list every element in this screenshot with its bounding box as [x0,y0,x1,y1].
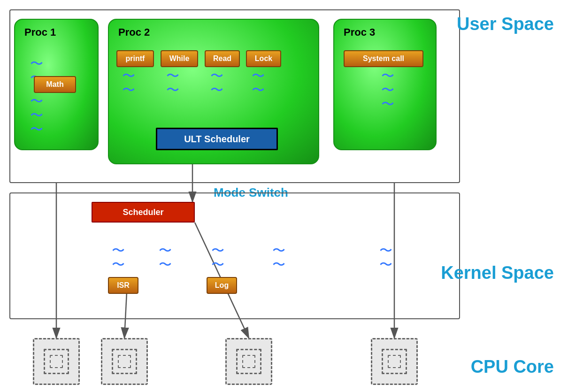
wavy-k10: 〜 [379,258,392,271]
kernel-space-box [9,192,460,319]
cpu-innermost-1 [50,355,63,368]
wavy-k2: 〜 [112,258,125,271]
cpu-core-4 [371,338,418,385]
kernel-space-label: Kernel Space [441,263,554,283]
cpu-innermost-3 [242,355,255,368]
proc1-box: Proc 1 〜 〜 Math 〜 〜 〜 [14,19,99,150]
wavy-p2-3: 〜 [166,69,179,83]
cpu-inner-4 [382,349,407,374]
wavy-p3-3: 〜 [381,98,394,111]
wavy-p2-2: 〜 [122,84,135,97]
wavy-p2-7: 〜 [252,69,265,83]
wavy-k8: 〜 [272,258,285,271]
wavy-p2-6: 〜 [210,84,223,97]
user-space-label: User Space [457,14,554,34]
math-task: Math [34,76,76,93]
proc2-box: Proc 2 printf While Read Lock 〜 〜 〜 〜 〜 … [108,19,319,164]
wavy-p2-8: 〜 [252,84,265,97]
ult-scheduler: ULT Scheduler [156,128,278,150]
cpu-innermost-4 [388,355,401,368]
wavy-k7: 〜 [272,244,285,257]
cpu-core-3 [225,338,272,385]
log-task: Log [207,277,237,294]
printf-task: printf [116,50,154,67]
wavy-k5: 〜 [211,244,224,257]
wavy-proc1-1: 〜 [30,57,43,70]
proc3-box: Proc 3 System call 〜 〜 〜 [333,19,437,150]
wavy-k4: 〜 [159,258,172,271]
wavy-k6: 〜 [211,258,224,271]
lock-task: Lock [246,50,281,67]
cpu-inner-3 [236,349,261,374]
wavy-k1: 〜 [112,244,125,257]
wavy-p2-5: 〜 [210,69,223,83]
wavy-k3: 〜 [159,244,172,257]
cpu-core-1 [33,338,80,385]
read-task: Read [205,50,240,67]
cpu-inner-1 [44,349,69,374]
wavy-proc1-4: 〜 [30,109,43,122]
cpu-core-2 [101,338,148,385]
wavy-p3-2: 〜 [381,84,394,97]
syscall-task: System call [344,50,423,67]
while-task: While [161,50,198,67]
proc3-label: Proc 3 [344,26,375,38]
wavy-p2-1: 〜 [122,69,135,83]
cpu-innermost-2 [118,355,131,368]
proc2-label: Proc 2 [118,26,150,38]
cpu-inner-2 [112,349,137,374]
wavy-p2-4: 〜 [166,84,179,97]
proc1-label: Proc 1 [24,26,56,38]
wavy-k9: 〜 [379,244,392,257]
wavy-proc1-5: 〜 [30,123,43,136]
isr-task: ISR [108,277,138,294]
wavy-p3-1: 〜 [381,69,394,83]
main-container: User Space Proc 1 〜 〜 Math 〜 〜 〜 Proc 2 … [0,0,568,392]
cpu-core-label: CPU Core [471,357,554,377]
wavy-proc1-3: 〜 [30,95,43,108]
kernel-scheduler: Scheduler [92,202,195,223]
